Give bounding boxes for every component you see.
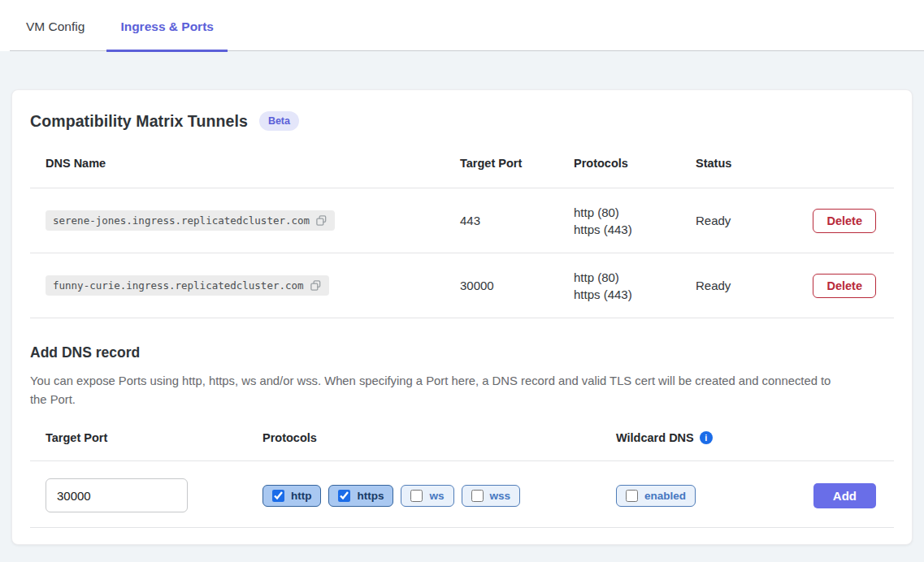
protocol-checkbox-group: http https ws wss [262, 485, 616, 507]
copy-button[interactable] [315, 214, 328, 227]
target-port-input[interactable] [46, 478, 188, 512]
dns-name-pill: serene-jones.ingress.replicatedcluster.c… [46, 210, 335, 231]
dns-name-text: serene-jones.ingress.replicatedcluster.c… [53, 214, 310, 227]
form-header-protocols: Protocols [262, 431, 616, 444]
ws-checkbox[interactable] [410, 490, 423, 502]
target-port-value: 30000 [460, 279, 574, 292]
tab-bar: VM Config Ingress & Ports [0, 0, 924, 51]
add-button[interactable]: Add [813, 483, 876, 508]
tab-bar-inner: VM Config Ingress & Ports [10, 0, 924, 51]
header-protocols: Protocols [574, 157, 696, 170]
tab-ingress-and-ports[interactable]: Ingress & Ports [106, 0, 228, 52]
card-bottom-divider [30, 527, 894, 546]
protocols-cell: http (80) https (443) [574, 204, 696, 238]
table-row: funny-curie.ingress.replicatedcluster.co… [30, 253, 894, 318]
header-target-port: Target Port [460, 157, 574, 170]
copy-icon [310, 279, 322, 292]
protocol-checkbox-ws[interactable]: ws [401, 485, 453, 507]
protocols-cell: http (80) https (443) [574, 269, 696, 303]
https-checkbox-label: https [357, 490, 384, 502]
form-header-wildcard-dns: Wildcard DNS i [616, 431, 876, 444]
card-title-row: Compatibility Matrix Tunnels Beta [30, 111, 894, 131]
dns-name-text: funny-curie.ingress.replicatedcluster.co… [53, 279, 304, 292]
dns-name-pill: funny-curie.ingress.replicatedcluster.co… [46, 275, 329, 296]
add-form-header: Target Port Protocols Wildcard DNS i [30, 431, 894, 461]
wss-checkbox[interactable] [471, 490, 484, 502]
http-checkbox[interactable] [272, 490, 284, 502]
protocol-checkbox-https[interactable]: https [328, 485, 393, 507]
protocol-line: https (443) [574, 286, 696, 303]
protocol-checkbox-http[interactable]: http [262, 485, 321, 507]
header-status: Status [696, 157, 809, 170]
add-dns-record-description: You can expose Ports using http, https, … [30, 372, 849, 409]
info-icon[interactable]: i [700, 431, 713, 444]
protocol-line: https (443) [574, 221, 696, 238]
copy-button[interactable] [310, 279, 322, 292]
enabled-checkbox-label: enabled [644, 490, 686, 502]
tunnels-card: Compatibility Matrix Tunnels Beta DNS Na… [11, 89, 913, 545]
wildcard-dns-label: Wildcard DNS [616, 431, 694, 444]
protocol-line: http (80) [574, 269, 696, 286]
tab-vm-config[interactable]: VM Config [26, 0, 85, 50]
http-checkbox-label: http [291, 490, 311, 502]
protocol-line: http (80) [574, 204, 696, 221]
target-port-value: 443 [460, 214, 574, 227]
ws-checkbox-label: ws [429, 490, 444, 502]
status-value: Ready [696, 279, 809, 292]
delete-button[interactable]: Delete [813, 209, 876, 233]
status-value: Ready [696, 214, 809, 227]
card-title: Compatibility Matrix Tunnels [30, 112, 248, 131]
add-dns-record-title: Add DNS record [30, 344, 894, 361]
https-checkbox[interactable] [338, 490, 350, 502]
tunnels-table-header: DNS Name Target Port Protocols Status [30, 131, 894, 188]
enabled-checkbox[interactable] [626, 490, 638, 502]
copy-icon [315, 214, 328, 227]
form-header-target-port: Target Port [46, 431, 262, 444]
wss-checkbox-label: wss [490, 490, 511, 502]
protocol-checkbox-wss[interactable]: wss [462, 485, 521, 507]
delete-button[interactable]: Delete [813, 274, 876, 298]
header-dns-name: DNS Name [46, 157, 460, 170]
wildcard-enabled-checkbox[interactable]: enabled [616, 485, 696, 507]
table-row: serene-jones.ingress.replicatedcluster.c… [30, 188, 894, 253]
add-form-row: http https ws wss enabled Add [30, 461, 894, 527]
beta-badge: Beta [259, 111, 299, 131]
